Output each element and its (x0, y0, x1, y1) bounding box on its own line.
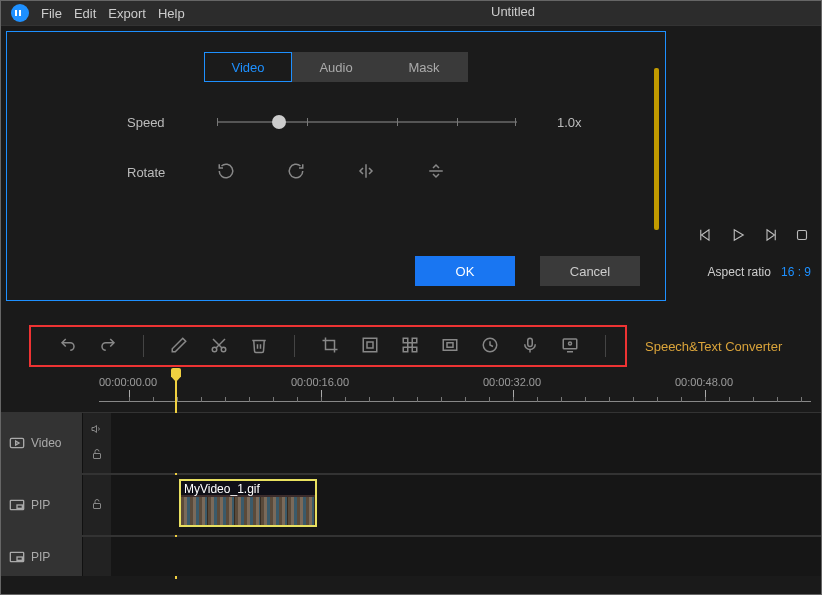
svg-rect-24 (563, 339, 577, 349)
toolbar-separator (605, 335, 606, 357)
stop-icon[interactable] (793, 226, 811, 247)
mosaic-icon[interactable] (401, 336, 419, 357)
svg-rect-18 (412, 347, 417, 352)
record-screen-icon[interactable] (561, 336, 579, 357)
resize-icon[interactable] (361, 336, 379, 357)
svg-rect-30 (94, 454, 101, 459)
menu-help[interactable]: Help (158, 6, 185, 21)
crop-icon[interactable] (321, 336, 339, 357)
delete-icon[interactable] (250, 336, 268, 357)
svg-rect-0 (15, 10, 17, 16)
timecode: 00:00:48.00 (675, 376, 733, 388)
pip-track-head: PIP (1, 537, 83, 576)
svg-rect-22 (528, 338, 533, 346)
next-frame-icon[interactable] (761, 226, 779, 247)
editing-toolbar (29, 325, 627, 367)
prev-frame-icon[interactable] (697, 226, 715, 247)
voiceover-icon[interactable] (521, 336, 539, 357)
undo-icon[interactable] (59, 336, 77, 357)
svg-rect-32 (17, 505, 22, 508)
svg-rect-20 (447, 342, 453, 347)
lock-icon[interactable] (91, 448, 103, 463)
toolbar-separator (294, 335, 295, 357)
app-logo (11, 4, 29, 22)
cut-icon[interactable] (210, 336, 228, 357)
video-track-head: Video (1, 413, 83, 473)
speed-label: Speed (127, 115, 187, 130)
pen-icon[interactable] (170, 336, 188, 357)
media-clip[interactable]: MyVideo_1.gif (179, 479, 317, 527)
svg-rect-12 (363, 338, 377, 352)
props-scrollbar[interactable] (654, 68, 659, 230)
svg-rect-27 (10, 438, 23, 447)
redo-icon[interactable] (99, 336, 117, 357)
rotate-ccw-icon[interactable] (217, 162, 237, 182)
timecode: 00:00:32.00 (483, 376, 541, 388)
rotate-label: Rotate (127, 165, 187, 180)
tab-audio[interactable]: Audio (292, 52, 380, 82)
aspect-label: Aspect ratio (708, 265, 771, 279)
play-icon[interactable] (729, 226, 747, 247)
clip-name: MyVideo_1.gif (181, 481, 315, 497)
ok-button[interactable]: OK (415, 256, 515, 286)
project-title: Untitled (491, 4, 535, 19)
svg-rect-19 (443, 339, 457, 350)
aspect-value[interactable]: 16 : 9 (781, 265, 811, 279)
svg-point-25 (569, 342, 572, 345)
rotate-cw-icon[interactable] (287, 162, 307, 182)
pip-track-body[interactable]: MyVideo_1.gif (111, 475, 821, 535)
svg-rect-17 (403, 347, 408, 352)
lock-icon[interactable] (91, 498, 103, 513)
time-ruler[interactable]: 00:00:00.00 00:00:16.00 00:00:32.00 00:0… (99, 376, 821, 406)
mute-icon[interactable] (91, 423, 103, 438)
timecode: 00:00:00.00 (99, 376, 157, 388)
svg-rect-35 (17, 557, 22, 560)
speech-text-converter-link[interactable]: Speech&Text Converter (645, 339, 782, 354)
timecode: 00:00:16.00 (291, 376, 349, 388)
svg-rect-1 (19, 10, 21, 16)
flip-horizontal-icon[interactable] (357, 162, 377, 182)
svg-marker-28 (16, 441, 19, 445)
svg-marker-5 (767, 230, 775, 241)
svg-marker-2 (702, 230, 710, 241)
duration-icon[interactable] (481, 336, 499, 357)
toolbar-separator (143, 335, 144, 357)
video-track-body[interactable] (111, 413, 821, 473)
speed-slider[interactable] (217, 112, 517, 132)
menu-file[interactable]: File (41, 6, 62, 21)
tab-mask[interactable]: Mask (380, 52, 468, 82)
svg-rect-7 (798, 231, 807, 240)
menu-export[interactable]: Export (108, 6, 146, 21)
svg-marker-29 (92, 426, 97, 433)
svg-rect-33 (94, 503, 101, 508)
pip-track-body-2[interactable] (111, 537, 821, 576)
pip-track-head: PIP (1, 475, 83, 535)
flip-vertical-icon[interactable] (427, 162, 447, 182)
frame-icon[interactable] (441, 336, 459, 357)
menu-edit[interactable]: Edit (74, 6, 96, 21)
svg-rect-13 (367, 342, 373, 348)
speed-value: 1.0x (557, 115, 582, 130)
tab-video[interactable]: Video (204, 52, 292, 82)
svg-marker-4 (734, 230, 743, 241)
cancel-button[interactable]: Cancel (540, 256, 640, 286)
